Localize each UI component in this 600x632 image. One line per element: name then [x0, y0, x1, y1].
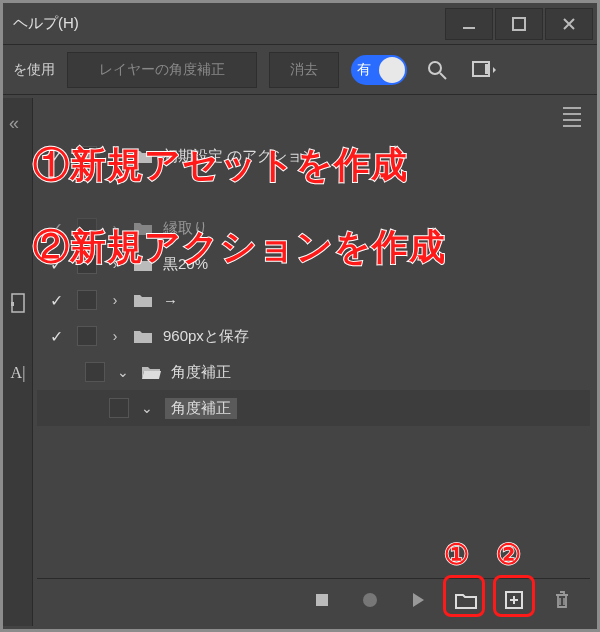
svg-rect-0 — [463, 27, 475, 29]
action-step-row[interactable]: ⌄ 角度補正 — [37, 390, 590, 426]
chevron-right-icon[interactable]: › — [107, 328, 123, 344]
svg-rect-4 — [485, 64, 489, 74]
maximize-button[interactable] — [495, 8, 543, 40]
folder-icon — [133, 328, 153, 344]
chevron-down-icon[interactable]: ⌄ — [115, 364, 131, 380]
panel-header — [37, 102, 590, 132]
play-button[interactable] — [404, 586, 432, 614]
minimize-button[interactable] — [445, 8, 493, 40]
close-button[interactable] — [545, 8, 593, 40]
window-controls — [443, 8, 593, 40]
row-label: 960pxと保存 — [163, 327, 249, 346]
titlebar: ヘルプ(H) — [3, 3, 597, 45]
check-icon[interactable]: ✓ — [45, 291, 67, 310]
row-label: → — [163, 292, 178, 309]
dialog-toggle-icon[interactable] — [109, 398, 129, 418]
clear-button[interactable]: 消去 — [269, 52, 339, 88]
dialog-toggle-icon[interactable] — [77, 326, 97, 346]
dock-left: « A| — [3, 98, 33, 626]
tool-icon-1[interactable] — [5, 288, 31, 318]
annotation-text-2: ②新規アクションを作成 — [33, 223, 446, 272]
layer-angle-button[interactable]: レイヤーの角度補正 — [67, 52, 257, 88]
tool-icon-text[interactable]: A| — [5, 358, 31, 388]
toggle-switch[interactable]: 有 — [351, 55, 407, 85]
row-label: 角度補正 — [171, 363, 231, 382]
annotation-text-1: ①新規アセットを作成 — [33, 141, 408, 190]
dialog-toggle-icon[interactable] — [77, 290, 97, 310]
annotation-highlight-2 — [493, 575, 535, 617]
check-icon[interactable]: ✓ — [45, 327, 67, 346]
options-bar: を使用 レイヤーの角度補正 消去 有 — [3, 45, 597, 95]
svg-point-8 — [363, 593, 377, 607]
annotation-highlight-1 — [443, 575, 485, 617]
row-label: 角度補正 — [165, 398, 237, 419]
record-button[interactable] — [356, 586, 384, 614]
annotation-marker-1: ① — [444, 538, 469, 571]
folder-icon — [133, 292, 153, 308]
delete-button[interactable] — [548, 586, 576, 614]
annotation-marker-2: ② — [496, 538, 521, 571]
toggle-label: 有 — [357, 61, 371, 79]
chevron-right-icon[interactable]: › — [107, 292, 123, 308]
action-row[interactable]: ⌄ 角度補正 — [37, 354, 590, 390]
use-label: を使用 — [13, 61, 55, 79]
chevron-down-icon[interactable]: ⌄ — [139, 400, 155, 416]
dialog-toggle-icon[interactable] — [85, 362, 105, 382]
workspace-button[interactable] — [467, 52, 503, 88]
help-menu[interactable]: ヘルプ(H) — [13, 14, 79, 33]
action-row[interactable]: ✓ › 960pxと保存 — [37, 318, 590, 354]
svg-rect-1 — [513, 18, 525, 30]
action-row[interactable]: ✓ › → — [37, 282, 590, 318]
panel-menu-button[interactable] — [560, 105, 584, 129]
svg-rect-6 — [11, 302, 14, 306]
collapse-icon[interactable]: « — [9, 113, 19, 134]
search-button[interactable] — [419, 52, 455, 88]
folder-open-icon — [141, 364, 161, 380]
svg-point-2 — [429, 62, 441, 74]
svg-rect-7 — [316, 594, 328, 606]
stop-button[interactable] — [308, 586, 336, 614]
